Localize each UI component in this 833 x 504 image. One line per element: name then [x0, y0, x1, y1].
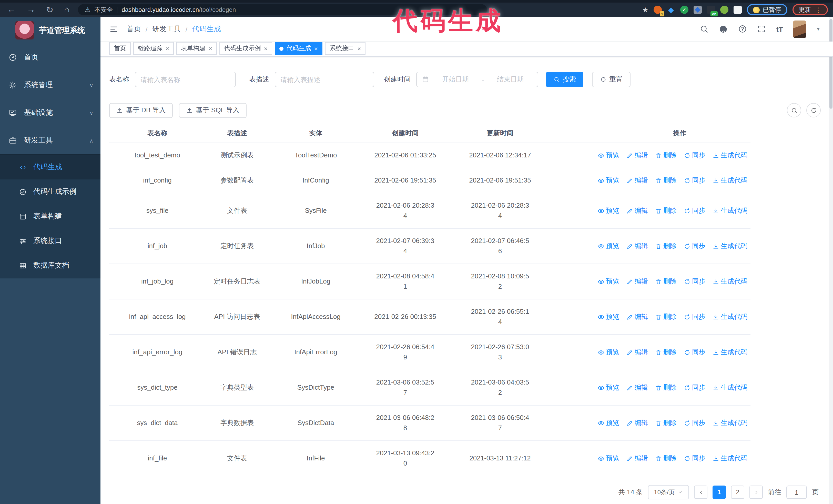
- sync-link[interactable]: 同步: [684, 453, 705, 463]
- generate-code-link[interactable]: 生成代码: [713, 347, 747, 357]
- date-range-picker[interactable]: 开始日期 - 结束日期: [416, 72, 538, 87]
- sidebar-item-system[interactable]: 系统管理 ∨: [0, 71, 100, 99]
- extension-icon[interactable]: [720, 6, 729, 14]
- sync-link[interactable]: 同步: [684, 383, 705, 393]
- generate-code-link[interactable]: 生成代码: [713, 150, 747, 161]
- delete-link[interactable]: 删除: [655, 453, 677, 463]
- breadcrumb-devtools[interactable]: 研发工具: [152, 24, 181, 33]
- edit-link[interactable]: 编辑: [626, 453, 648, 463]
- edit-link[interactable]: 编辑: [626, 241, 648, 251]
- extension-grid-icon[interactable]: [694, 6, 702, 14]
- sidebar-item-devtools[interactable]: 研发工具 ∧: [0, 127, 100, 154]
- extension-check-icon[interactable]: ✓: [680, 6, 688, 14]
- page-scrollbar[interactable]: [829, 17, 833, 504]
- sidebar-item-form-builder[interactable]: 表单构建: [0, 204, 100, 229]
- sync-link[interactable]: 同步: [684, 418, 705, 428]
- edit-link[interactable]: 编辑: [626, 277, 648, 287]
- refresh-table-button[interactable]: [806, 103, 821, 117]
- close-icon[interactable]: ×: [209, 45, 212, 52]
- preview-link[interactable]: 预览: [598, 277, 619, 287]
- delete-link[interactable]: 删除: [655, 383, 677, 393]
- question-icon[interactable]: [738, 25, 747, 33]
- edit-link[interactable]: 编辑: [626, 175, 648, 186]
- sync-link[interactable]: 同步: [684, 277, 705, 287]
- scrollbar-thumb[interactable]: [829, 19, 832, 109]
- search-icon[interactable]: [700, 25, 709, 33]
- tab-codegen[interactable]: 代码生成×: [275, 42, 323, 55]
- tab-form-builder[interactable]: 表单构建×: [176, 42, 217, 55]
- avatar[interactable]: [793, 20, 807, 38]
- github-icon[interactable]: [719, 24, 728, 33]
- sidebar-item-codegen-example[interactable]: 代码生成示例: [0, 179, 100, 204]
- preview-link[interactable]: 预览: [598, 347, 619, 357]
- sync-link[interactable]: 同步: [684, 175, 705, 186]
- page-size-select[interactable]: 10条/页: [648, 485, 689, 499]
- bookmark-star-icon[interactable]: ★: [642, 6, 648, 14]
- fullscreen-icon[interactable]: [757, 25, 766, 33]
- reset-button[interactable]: 重置: [592, 72, 630, 87]
- generate-code-link[interactable]: 生成代码: [713, 241, 747, 251]
- import-db-button[interactable]: 基于 DB 导入: [109, 103, 173, 118]
- sync-link[interactable]: 同步: [684, 206, 705, 216]
- delete-link[interactable]: 删除: [655, 277, 677, 287]
- import-sql-button[interactable]: 基于 SQL 导入: [179, 103, 247, 118]
- tab-system-api[interactable]: 系统接口×: [325, 42, 365, 55]
- delete-link[interactable]: 删除: [655, 347, 677, 357]
- delete-link[interactable]: 删除: [655, 150, 677, 161]
- close-icon[interactable]: ×: [357, 45, 361, 52]
- delete-link[interactable]: 删除: [655, 418, 677, 428]
- delete-link[interactable]: 删除: [655, 312, 677, 322]
- page-button-2[interactable]: 2: [731, 485, 744, 499]
- paused-badge[interactable]: 已暂停: [747, 4, 787, 16]
- preview-link[interactable]: 预览: [598, 206, 619, 216]
- edit-link[interactable]: 编辑: [626, 418, 648, 428]
- font-size-icon[interactable]: tT: [776, 25, 783, 33]
- tab-tracing[interactable]: 链路追踪×: [133, 42, 174, 55]
- preview-link[interactable]: 预览: [598, 383, 619, 393]
- preview-link[interactable]: 预览: [598, 175, 619, 186]
- reload-icon[interactable]: ↻: [46, 4, 53, 15]
- tab-codegen-example[interactable]: 代码生成示例×: [219, 42, 272, 55]
- next-page-button[interactable]: [749, 485, 763, 499]
- generate-code-link[interactable]: 生成代码: [713, 418, 747, 428]
- search-button[interactable]: 搜索: [546, 72, 584, 87]
- close-icon[interactable]: ×: [264, 45, 268, 52]
- sidebar-item-home[interactable]: 首页: [0, 44, 100, 71]
- breadcrumb-home[interactable]: 首页: [127, 24, 141, 33]
- hamburger-icon[interactable]: [109, 24, 118, 33]
- sidebar-item-db-doc[interactable]: 数据库文档: [0, 253, 100, 278]
- edit-link[interactable]: 编辑: [626, 383, 648, 393]
- prev-page-button[interactable]: [694, 485, 708, 499]
- sync-link[interactable]: 同步: [684, 241, 705, 251]
- extension-icon[interactable]: 1: [653, 6, 662, 14]
- sidebar-item-system-api[interactable]: 系统接口: [0, 229, 100, 253]
- table-name-input[interactable]: [135, 72, 236, 87]
- app-logo[interactable]: 芋道管理系统: [0, 17, 100, 44]
- home-icon[interactable]: ⌂: [64, 5, 70, 15]
- sync-link[interactable]: 同步: [684, 150, 705, 161]
- preview-link[interactable]: 预览: [598, 418, 619, 428]
- sync-link[interactable]: 同步: [684, 312, 705, 322]
- page-button-1[interactable]: 1: [713, 485, 726, 499]
- sidebar-item-infra[interactable]: 基础设施 ∨: [0, 99, 100, 127]
- extension-gem-icon[interactable]: ◆: [667, 6, 675, 14]
- preview-link[interactable]: 预览: [598, 150, 619, 161]
- extension-puzzle-icon[interactable]: [734, 6, 742, 14]
- preview-link[interactable]: 预览: [598, 453, 619, 463]
- table-desc-input[interactable]: [275, 72, 374, 87]
- edit-link[interactable]: 编辑: [626, 150, 648, 161]
- back-icon[interactable]: ←: [7, 5, 16, 15]
- generate-code-link[interactable]: 生成代码: [713, 312, 747, 322]
- extension-icon[interactable]: on: [707, 6, 715, 14]
- generate-code-link[interactable]: 生成代码: [713, 383, 747, 393]
- generate-code-link[interactable]: 生成代码: [713, 453, 747, 463]
- caret-down-icon[interactable]: ▾: [817, 26, 820, 32]
- generate-code-link[interactable]: 生成代码: [713, 277, 747, 287]
- generate-code-link[interactable]: 生成代码: [713, 175, 747, 186]
- close-icon[interactable]: ×: [166, 45, 169, 52]
- delete-link[interactable]: 删除: [655, 241, 677, 251]
- tab-home[interactable]: 首页: [109, 42, 131, 55]
- kebab-menu-icon[interactable]: ⋮: [815, 6, 822, 14]
- sync-link[interactable]: 同步: [684, 347, 705, 357]
- edit-link[interactable]: 编辑: [626, 206, 648, 216]
